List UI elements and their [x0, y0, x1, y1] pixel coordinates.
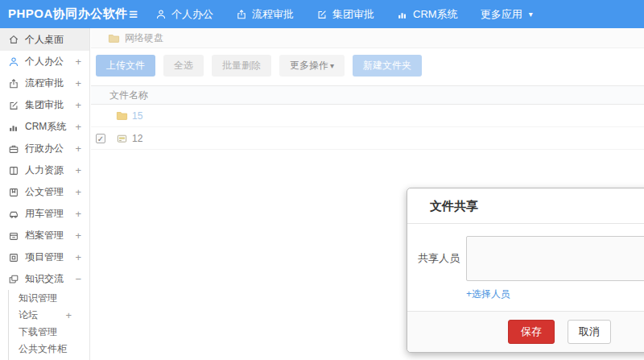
folder-name-link[interactable]: 15 — [132, 110, 142, 122]
car-icon — [8, 209, 19, 220]
expand-toggle[interactable]: + — [75, 164, 81, 176]
new-folder-button[interactable]: 新建文件夹 — [353, 55, 422, 77]
select-members-link[interactable]: +选择人员 — [466, 288, 510, 301]
file-name-link[interactable]: 12 — [132, 133, 142, 144]
caret-down-icon: ▾ — [529, 10, 533, 19]
topnav-item-crm[interactable]: CRM系统 — [397, 7, 458, 22]
table-header: 文件名称 — [91, 85, 644, 105]
submenu-item-label: 公共文件柜 — [19, 342, 67, 356]
expand-toggle[interactable]: + — [75, 99, 81, 111]
topnav-item-personal-office[interactable]: 个人办公 — [155, 7, 213, 22]
briefcase-icon — [8, 143, 19, 155]
modal-body: 共享人员 +选择人员 — [407, 224, 644, 301]
process-icon — [236, 9, 247, 20]
sidebar-item-project-mgmt[interactable]: 项目管理 + — [0, 246, 89, 268]
more-operations-dropdown[interactable]: 更多操作▾ — [279, 55, 345, 77]
sidebar-item-group-approval[interactable]: 集团审批 + — [0, 94, 89, 116]
caret-down-icon: ▾ — [330, 61, 334, 70]
process-icon — [8, 78, 19, 89]
submenu-item-knowledge-mgmt[interactable]: 知识管理 — [9, 290, 89, 307]
knowledge-submenu: 知识管理 论坛 + 下载管理 公共文件柜 网络硬盘 — [8, 290, 89, 360]
batch-delete-button[interactable]: 批量删除 — [212, 55, 271, 77]
sidebar-item-label: 用车管理 — [25, 207, 64, 221]
sidebar-item-label: 人力资源 — [25, 163, 64, 177]
submenu-item-download-mgmt[interactable]: 下载管理 — [9, 324, 89, 341]
file-name-column-header: 文件名称 — [109, 89, 148, 102]
sidebar-item-hr[interactable]: 人力资源 + — [0, 159, 89, 181]
expand-toggle[interactable]: + — [75, 143, 81, 155]
expand-toggle[interactable]: + — [75, 121, 81, 133]
table-row-file-12[interactable]: ✓ 12 — [91, 127, 644, 150]
expand-toggle[interactable]: + — [75, 251, 81, 263]
sidebar-item-admin-office[interactable]: 行政办公 + — [0, 138, 89, 159]
file-toolbar: 上传文件 全选 批量删除 更多操作▾ 新建文件夹 — [91, 48, 644, 85]
archive-icon — [8, 230, 19, 242]
row-checkbox-checked[interactable]: ✓ — [96, 134, 105, 143]
expand-toggle[interactable]: + — [75, 230, 81, 242]
breadcrumb-label: 网络硬盘 — [125, 31, 163, 45]
sidebar-item-label: 知识交流 — [25, 272, 64, 286]
knowledge-icon — [8, 274, 19, 285]
sidebar-item-crm[interactable]: CRM系统 + — [0, 116, 89, 138]
more-operations-label: 更多操作 — [290, 60, 328, 71]
sidebar-item-personal-desktop[interactable]: 个人桌面 — [0, 28, 89, 51]
sidebar-item-vehicle-mgmt[interactable]: 用车管理 + — [0, 203, 89, 225]
user-icon — [155, 9, 167, 20]
topnav-label: 个人办公 — [171, 7, 213, 22]
topnav-item-group-approval[interactable]: 集团审批 — [316, 7, 374, 22]
topnav-item-more-apps[interactable]: 更多应用 ▾ — [481, 7, 533, 22]
sidebar-item-archive-mgmt[interactable]: 档案管理 + — [0, 225, 89, 246]
collapse-toggle[interactable]: − — [75, 273, 81, 285]
sidebar: 个人桌面 个人办公 + 流程审批 + 集团审批 + CRM系统 + 行政办公 +… — [0, 28, 90, 360]
save-button[interactable]: 保存 — [508, 320, 555, 344]
sidebar-item-personal-office[interactable]: 个人办公 + — [0, 51, 89, 72]
sidebar-item-label: 项目管理 — [25, 250, 64, 264]
edit-icon — [316, 9, 328, 20]
topnav-label: 更多应用 — [481, 7, 522, 22]
share-members-label: 共享人员 — [407, 251, 466, 266]
topnav-item-process-approval[interactable]: 流程审批 — [236, 7, 294, 22]
expand-toggle[interactable]: + — [75, 56, 81, 68]
cancel-button[interactable]: 取消 — [568, 320, 611, 344]
document-icon — [8, 187, 19, 198]
upload-file-button[interactable]: 上传文件 — [96, 55, 155, 77]
sidebar-item-label: 集团审批 — [25, 98, 64, 112]
submenu-item-label: 知识管理 — [19, 292, 57, 305]
app-title: PHPOA协同办公软件 — [8, 6, 129, 22]
file-share-modal: 文件共享 共享人员 +选择人员 保存 取消 — [407, 188, 644, 353]
select-all-button[interactable]: 全选 — [163, 55, 204, 77]
sidebar-item-label: 行政办公 — [25, 142, 64, 155]
submenu-item-forum[interactable]: 论坛 + — [9, 307, 89, 324]
expand-toggle[interactable]: + — [75, 186, 81, 198]
topnav-label: CRM系统 — [413, 7, 458, 22]
sidebar-item-process-approval[interactable]: 流程审批 + — [0, 72, 89, 94]
topnav-label: 集团审批 — [332, 7, 374, 22]
expand-toggle[interactable]: + — [65, 309, 81, 321]
project-icon — [8, 252, 19, 263]
checkbox-cell: ✓ — [95, 134, 106, 143]
top-navigation: 个人办公 流程审批 集团审批 CRM系统 更多应用 ▾ — [155, 7, 533, 22]
submenu-item-label: 下载管理 — [19, 325, 57, 339]
topnav-label: 流程审批 — [252, 7, 294, 22]
sidebar-item-document-mgmt[interactable]: 公文管理 + — [0, 181, 89, 203]
hamburger-icon[interactable]: ≡ — [129, 6, 138, 22]
share-members-textarea[interactable] — [466, 236, 644, 281]
sidebar-item-label: CRM系统 — [25, 120, 66, 134]
folder-icon — [116, 110, 128, 122]
submenu-item-public-file-cabinet[interactable]: 公共文件柜 — [9, 341, 89, 358]
breadcrumb: 网络硬盘 — [91, 28, 644, 48]
chart-icon — [8, 122, 19, 133]
expand-toggle[interactable]: + — [75, 208, 81, 220]
sidebar-item-label: 档案管理 — [25, 229, 64, 242]
table-row-folder-15[interactable]: 15 — [91, 105, 644, 127]
folder-icon — [108, 32, 120, 44]
user-icon — [8, 56, 19, 68]
expand-toggle[interactable]: + — [75, 77, 81, 89]
modal-footer: 保存 取消 — [407, 311, 644, 352]
home-icon — [8, 34, 19, 45]
sidebar-item-label: 个人办公 — [25, 55, 64, 68]
top-bar: PHPOA协同办公软件 ≡ 个人办公 流程审批 集团审批 CRM系统 更多应用 … — [0, 0, 644, 28]
sidebar-item-knowledge-exchange[interactable]: 知识交流 − — [0, 268, 89, 290]
sidebar-item-label: 公文管理 — [25, 185, 64, 199]
sidebar-item-label: 个人桌面 — [25, 33, 64, 47]
